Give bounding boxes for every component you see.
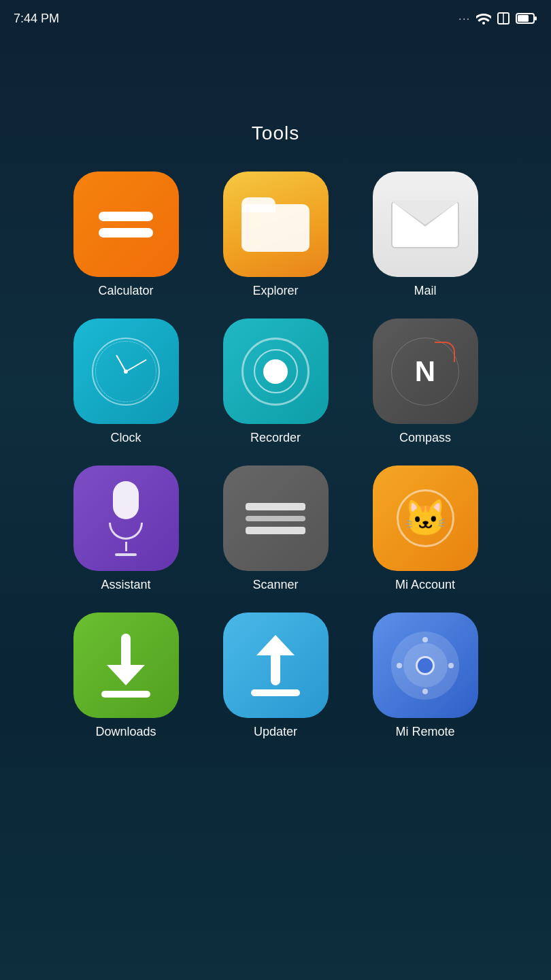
calculator-icon	[73, 172, 179, 277]
svg-rect-3	[535, 16, 537, 20]
compass-icon: N	[373, 318, 478, 424]
downloads-icon	[73, 612, 179, 718]
status-icons: ···	[458, 12, 537, 25]
app-downloads[interactable]: Downloads	[71, 612, 180, 739]
status-bar: 7:44 PM ···	[0, 0, 551, 34]
wifi-icon	[476, 12, 491, 24]
svg-rect-4	[518, 15, 529, 22]
updater-icon	[223, 612, 329, 718]
recorder-icon	[223, 318, 329, 424]
compass-label: Compass	[399, 431, 451, 445]
app-scanner[interactable]: Scanner	[221, 466, 330, 592]
miremote-label: Mi Remote	[395, 725, 454, 739]
calculator-label: Calculator	[98, 284, 153, 298]
app-updater[interactable]: Updater	[221, 612, 330, 739]
miaccount-label: Mi Account	[395, 578, 455, 592]
explorer-icon	[223, 172, 329, 277]
assistant-icon	[73, 466, 179, 571]
status-time: 7:44 PM	[14, 12, 59, 26]
assistant-label: Assistant	[101, 578, 150, 592]
app-recorder[interactable]: Recorder	[221, 318, 330, 445]
mail-icon	[373, 172, 478, 277]
miaccount-icon: 🐱	[373, 466, 478, 571]
app-grid: Calculator Explorer Mail	[71, 172, 480, 739]
app-explorer[interactable]: Explorer	[221, 172, 330, 298]
app-miremote[interactable]: Mi Remote	[371, 612, 480, 739]
clock-label: Clock	[110, 431, 141, 445]
downloads-label: Downloads	[95, 725, 156, 739]
scanner-icon	[223, 466, 329, 571]
updater-label: Updater	[254, 725, 297, 739]
app-clock[interactable]: Clock	[71, 318, 180, 445]
battery-icon	[516, 12, 537, 24]
miremote-icon	[373, 612, 478, 718]
app-miaccount[interactable]: 🐱 Mi Account	[371, 466, 480, 592]
folder-title: Tools	[252, 122, 299, 144]
folder-container: Tools Calculator Explorer	[0, 122, 551, 739]
scanner-label: Scanner	[252, 578, 298, 592]
clock-icon	[73, 318, 179, 424]
status-dots-icon: ···	[458, 13, 471, 24]
app-compass[interactable]: N Compass	[371, 318, 480, 445]
sim-icon	[497, 12, 510, 25]
app-mail[interactable]: Mail	[371, 172, 480, 298]
app-calculator[interactable]: Calculator	[71, 172, 180, 298]
explorer-label: Explorer	[252, 284, 298, 298]
recorder-label: Recorder	[250, 431, 301, 445]
app-assistant[interactable]: Assistant	[71, 466, 180, 592]
mail-label: Mail	[414, 284, 436, 298]
